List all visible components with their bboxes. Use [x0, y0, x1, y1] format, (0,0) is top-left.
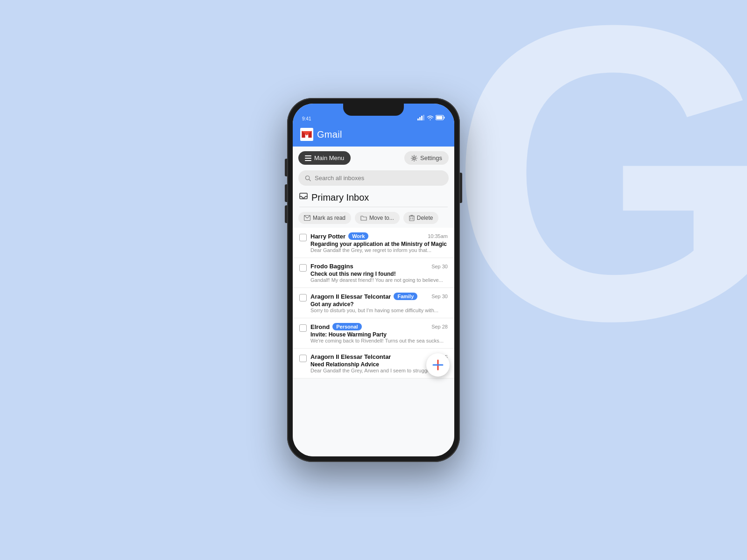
- email-tag: Personal: [332, 323, 361, 330]
- gear-icon: [411, 155, 417, 161]
- email-item[interactable]: Aragorn II Elessar Telcontar Family Sep …: [293, 288, 454, 318]
- battery-icon: [436, 115, 445, 121]
- email-subject: Got any advice?: [310, 301, 448, 308]
- main-content: Main Menu Settings: [293, 147, 454, 456]
- settings-button[interactable]: Settings: [404, 151, 449, 165]
- gmail-logo-icon: [300, 128, 313, 141]
- svg-rect-0: [417, 119, 419, 120]
- email-subject: Invite: House Warming Party: [310, 331, 448, 338]
- svg-rect-1: [419, 117, 421, 120]
- svg-rect-5: [444, 117, 445, 119]
- phone-screen: 9:41: [293, 104, 454, 456]
- search-icon: [305, 175, 311, 182]
- time-display: 9:41: [302, 116, 311, 121]
- status-right: [417, 115, 445, 121]
- toolbar-row: Main Menu Settings: [293, 147, 454, 168]
- inbox-section: Primary Inbox: [293, 189, 454, 205]
- trash-icon: [409, 215, 415, 221]
- email-time: Sep 28: [431, 324, 448, 329]
- email-sender: Frodo Baggins: [310, 263, 353, 270]
- status-bar: 9:41: [293, 104, 454, 124]
- envelope-icon: [304, 215, 310, 221]
- email-subject: Regarding your application at the Minist…: [310, 241, 448, 247]
- email-tag: Work: [348, 232, 368, 240]
- inbox-title: Primary Inbox: [311, 192, 369, 203]
- main-menu-button[interactable]: Main Menu: [298, 151, 351, 165]
- email-checkbox[interactable]: [299, 294, 307, 301]
- svg-rect-2: [421, 116, 423, 120]
- email-sender: Aragorn II Elessar Telcontar: [310, 353, 391, 360]
- inbox-icon: [299, 193, 308, 203]
- svg-rect-10: [305, 160, 311, 161]
- plus-icon: [431, 358, 444, 371]
- inbox-divider: [299, 207, 448, 207]
- svg-rect-8: [305, 155, 311, 156]
- email-tag: Family: [394, 293, 417, 300]
- svg-rect-3: [423, 115, 424, 120]
- email-sender: Aragorn II Elessar Telcontar: [310, 293, 391, 300]
- gmail-header: Gmail: [293, 124, 454, 147]
- email-time: Sep 30: [431, 294, 448, 299]
- email-item[interactable]: Frodo Baggins Sep 30 Check out this new …: [293, 258, 454, 288]
- email-preview: Dear Gandalf the Grey, we regret to info…: [310, 247, 448, 253]
- email-body: Frodo Baggins Sep 30 Check out this new …: [310, 263, 448, 283]
- email-body: Elrond Personal Sep 28 Invite: House War…: [310, 323, 448, 343]
- app-title: Gmail: [317, 129, 342, 140]
- email-preview: Sorry to disturb you, but I'm having som…: [310, 308, 448, 313]
- signal-icon: [417, 115, 425, 121]
- email-list: Harry Potter Work 10:35am Regarding your…: [293, 228, 454, 378]
- email-sender: Harry Potter: [310, 233, 345, 240]
- action-row: Mark as read Move to...: [293, 210, 454, 228]
- email-preview: Gandalf! My dearest friend!! You are not…: [310, 277, 448, 283]
- email-sender: Elrond: [310, 323, 330, 330]
- email-preview: We're coming back to Rivendell! Turns ou…: [310, 338, 448, 343]
- move-to-button[interactable]: Move to...: [355, 212, 400, 224]
- svg-rect-16: [409, 216, 414, 221]
- email-body: Harry Potter Work 10:35am Regarding your…: [310, 232, 448, 253]
- search-input[interactable]: [315, 175, 442, 182]
- email-item[interactable]: Aragorn II Elessar Telcontar ...15 Need …: [293, 349, 454, 378]
- email-checkbox[interactable]: [299, 234, 307, 241]
- email-time: 10:35am: [428, 233, 448, 239]
- hamburger-icon: [305, 155, 311, 161]
- svg-line-13: [309, 179, 310, 181]
- email-checkbox[interactable]: [299, 324, 307, 332]
- delete-button[interactable]: Delete: [403, 212, 439, 224]
- svg-rect-6: [437, 116, 443, 119]
- notch: [343, 104, 404, 116]
- email-item[interactable]: Elrond Personal Sep 28 Invite: House War…: [293, 318, 454, 349]
- email-checkbox[interactable]: [299, 264, 307, 272]
- mark-as-read-button[interactable]: Mark as read: [298, 212, 351, 224]
- folder-icon: [360, 215, 367, 221]
- search-bar[interactable]: [298, 170, 449, 186]
- wifi-icon: [427, 115, 434, 121]
- email-subject: Check out this new ring I found!: [310, 271, 448, 277]
- email-body: Aragorn II Elessar Telcontar Family Sep …: [310, 293, 448, 313]
- email-time: Sep 30: [431, 264, 448, 269]
- svg-rect-9: [305, 158, 311, 159]
- status-left: 9:41: [302, 116, 311, 121]
- compose-fab-button[interactable]: [426, 353, 450, 377]
- svg-point-11: [413, 157, 416, 159]
- phone-shell: 9:41: [287, 98, 460, 462]
- email-item[interactable]: Harry Potter Work 10:35am Regarding your…: [293, 228, 454, 258]
- email-checkbox[interactable]: [299, 355, 307, 362]
- background-g: G: [448, 0, 747, 383]
